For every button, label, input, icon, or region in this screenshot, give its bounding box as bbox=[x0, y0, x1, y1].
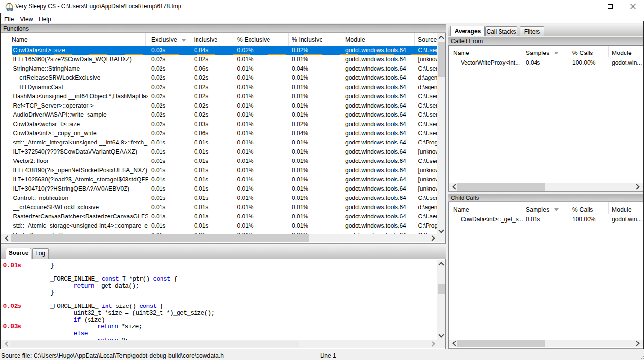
svg-text:Zzz: Zzz bbox=[7, 8, 12, 11]
